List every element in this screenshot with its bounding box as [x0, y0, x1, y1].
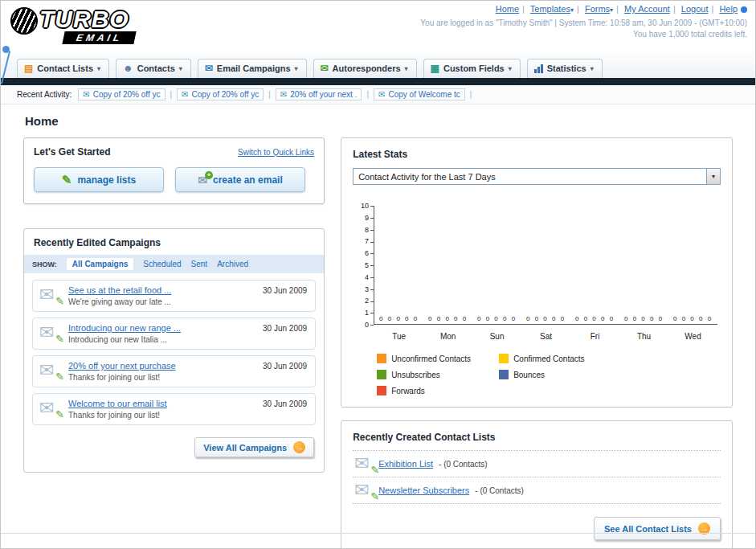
contact-list-link[interactable]: Newsletter Subscribers — [378, 485, 469, 495]
tab-all-campaigns[interactable]: All Campaigns — [67, 258, 133, 270]
campaign-row: ✉ ✎ 20% off your next purchase Thanks fo… — [32, 355, 316, 387]
link-home[interactable]: Home — [496, 4, 519, 14]
switch-quick-links-link[interactable]: Switch to Quick Links — [238, 148, 314, 157]
left-column: Let's Get Started Switch to Quick Links … — [23, 137, 325, 549]
campaign-title-link[interactable]: Introducing our new range ... — [68, 323, 259, 333]
recently-edited-campaigns-panel: Recently Edited Campaigns SHOW: All Camp… — [23, 228, 325, 473]
link-templates[interactable]: Templates — [530, 4, 570, 14]
contact-list-link[interactable]: Exhibition List — [378, 459, 433, 469]
pencil-icon: ✎ — [55, 371, 64, 383]
nav-divider-bar — [1, 78, 755, 85]
legend-item: Unconfirmed Contacts — [377, 354, 499, 363]
link-logout[interactable]: Logout — [681, 4, 709, 14]
credits-info: You have 1,000 total credits left. — [420, 30, 747, 39]
recent-activity-link[interactable]: Copy of Welcome tc — [388, 90, 460, 99]
list-edit-icon: ✉ ✎ — [354, 481, 377, 501]
chart-category-label: Tue — [374, 332, 423, 341]
campaign-subtitle: Thanks for joining our list! — [68, 373, 259, 382]
show-label: SHOW: — [32, 260, 57, 268]
campaign-edit-icon: ✉ ✎ — [39, 286, 62, 305]
recent-activity-label: Recent Activity: — [17, 90, 72, 99]
plus-icon: + — [205, 171, 213, 179]
pencil-icon: ✎ — [370, 464, 379, 476]
nav-tab-autoresponders[interactable]: ✉ Autoresponders ▾ — [313, 59, 417, 78]
manage-lists-label: manage lists — [77, 174, 136, 186]
envelope-icon: ✉ — [280, 90, 287, 99]
campaign-date: 30 Jun 2009 — [263, 399, 307, 408]
contact-activity-chart: 109876543210 0 0 0 0 00 0 0 0 00 0 0 0 0… — [353, 206, 721, 395]
nav-tab-label: Email Campaigns — [217, 64, 291, 73]
tab-scheduled[interactable]: Scheduled — [143, 260, 181, 268]
pencil-icon: ✎ — [55, 295, 64, 307]
chart-value-group: 0 0 0 0 0 — [472, 315, 521, 322]
tab-sent[interactable]: Sent — [191, 260, 208, 268]
create-email-button[interactable]: ✉ + create an email — [175, 167, 305, 192]
campaigns-panel-title: Recently Edited Campaigns — [24, 229, 324, 255]
envelope-icon: ✉ — [83, 90, 89, 99]
recent-activity-link[interactable]: Copy of 20% off yc — [192, 90, 259, 99]
pencil-icon: ✎ — [62, 173, 72, 187]
autoresponders-icon: ✉ — [321, 64, 329, 73]
chart-value-group: 0 0 0 0 0 — [374, 315, 423, 322]
campaign-title-link[interactable]: See us at the retail food ... — [68, 285, 259, 295]
statistics-icon — [534, 64, 543, 73]
chart-category-label: Sun — [472, 332, 521, 341]
chart-value-group: 0 0 0 0 0 — [521, 315, 570, 322]
stats-activity-select[interactable]: Contact Activity for the Last 7 Days ▾ — [353, 168, 721, 185]
nav-tab-contacts[interactable]: ☻ Contacts ▾ — [116, 59, 191, 78]
legend-swatch — [499, 354, 509, 363]
nav-tab-label: Contacts — [137, 64, 175, 73]
legend-swatch — [499, 370, 509, 379]
top-links: Home| Templates▾| Forms▾| My Account| Lo… — [420, 4, 747, 14]
session-info: You are logged in as "Timothy Smith" | S… — [420, 18, 747, 27]
recent-activity-link[interactable]: Copy of 20% off yc — [93, 90, 161, 99]
logo-swirl-icon — [10, 7, 38, 35]
recent-activity-item: ✉ Copy of 20% off yc — [177, 88, 276, 100]
link-help[interactable]: Help — [719, 4, 738, 14]
nav-tab-custom-fields[interactable]: ▦ Custom Fields ▾ — [423, 59, 521, 78]
nav-tab-statistics[interactable]: Statistics ▾ — [527, 59, 603, 78]
chart-x-axis-labels: TueMonSunSatFriThuWed — [374, 332, 717, 341]
dropdown-arrow-icon: ▾ — [610, 6, 613, 14]
campaign-title-link[interactable]: Welcome to our email list — [68, 399, 259, 408]
header: TURBO EMAIL Home| Templates▾| Forms▾| My… — [1, 1, 755, 52]
legend-swatch — [377, 386, 386, 395]
arrow-right-icon: → — [293, 441, 305, 453]
recent-activity-link[interactable]: 20% off your next . — [290, 90, 357, 99]
get-started-panel: Let's Get Started Switch to Quick Links … — [23, 137, 325, 204]
right-column: Latest Stats Contact Activity for the La… — [341, 137, 733, 549]
recently-created-contact-lists-panel: Recently Created Contact Lists ✉ ✎ Exhib… — [341, 420, 733, 549]
contact-list-count: - (0 Contacts) — [475, 486, 524, 495]
link-forms[interactable]: Forms — [585, 4, 610, 14]
select-arrow-icon: ▾ — [706, 169, 720, 184]
page-title: Home — [25, 114, 733, 128]
legend-swatch — [377, 354, 386, 363]
chart-category-label: Mon — [423, 332, 472, 341]
header-right: Home| Templates▾| Forms▾| My Account| Lo… — [420, 4, 747, 39]
nav-tab-contact-lists[interactable]: ▤ Contact Lists ▾ — [17, 59, 109, 78]
pencil-icon: ✎ — [55, 333, 64, 345]
logo-secondary-text: EMAIL — [62, 31, 137, 44]
chart-category-label: Wed — [668, 332, 717, 341]
app-window: TURBO EMAIL Home| Templates▾| Forms▾| My… — [0, 0, 756, 549]
see-all-contact-lists-button[interactable]: See All Contact Lists → — [594, 517, 721, 540]
legend-item: Unsubscribes — [377, 370, 499, 379]
chart-groups: 0 0 0 0 00 0 0 0 00 0 0 0 00 0 0 0 00 0 … — [374, 315, 717, 322]
legend-item: Bounces — [499, 370, 621, 379]
manage-lists-button[interactable]: ✎ manage lists — [34, 167, 164, 192]
recent-activity-item: ✉ Copy of 20% off yc — [78, 88, 177, 100]
campaign-date: 30 Jun 2009 — [263, 286, 307, 295]
nav-tab-email-campaigns[interactable]: ✉ Email Campaigns ▾ — [198, 59, 307, 78]
campaign-title-link[interactable]: 20% off your next purchase — [68, 361, 259, 371]
turbo-logo: TURBO EMAIL — [12, 6, 129, 33]
main-nav: ▤ Contact Lists ▾ ☻ Contacts ▾ ✉ Email C… — [1, 52, 755, 78]
link-my-account[interactable]: My Account — [624, 4, 670, 14]
custom-fields-icon: ▦ — [431, 64, 439, 73]
help-indicator-dot — [741, 6, 747, 13]
pencil-icon: ✎ — [55, 408, 64, 420]
campaign-row: ✉ ✎ Introducing our new range ... Introd… — [32, 318, 316, 350]
campaign-row: ✉ ✎ Welcome to our email list Thanks for… — [32, 393, 316, 425]
tab-archived[interactable]: Archived — [217, 260, 248, 268]
view-all-campaigns-button[interactable]: View All Campaigns → — [194, 437, 314, 457]
campaign-subtitle: Introducing our new Italia ... — [68, 335, 259, 344]
